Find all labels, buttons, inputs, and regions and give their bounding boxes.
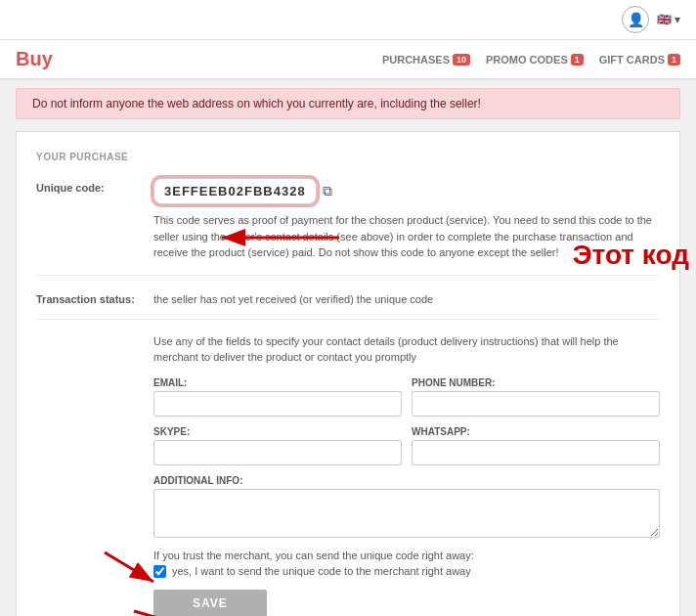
fields-grid: EMAIL: PHONE NUMBER: SKYPE: WHATSAPP: [153, 377, 660, 538]
promo-codes-badge: 1 [571, 54, 584, 66]
user-icon[interactable]: 👤 [622, 6, 649, 33]
top-bar-icons: 👤 🇬🇧 ▾ [622, 6, 680, 33]
phone-group: PHONE NUMBER: [412, 377, 660, 417]
nav-purchases[interactable]: PURCHASES 10 [382, 54, 470, 66]
contact-row: Use any of the fields to specify your co… [36, 333, 660, 617]
transaction-label: Transaction status: [36, 289, 153, 305]
page-wrapper: 👤 🇬🇧 ▾ Buy PURCHASES 10 PROMO CODES 1 GI… [0, 0, 696, 616]
promo-codes-label: PROMO CODES [486, 54, 568, 66]
unique-code-label: Unique code: [36, 178, 153, 194]
contact-description: Use any of the fields to specify your co… [153, 333, 660, 366]
send-code-text: If you trust the merchant, you can send … [153, 550, 660, 561]
checkbox-label: yes, I want to send the unique code to t… [172, 565, 471, 577]
nav-promo-codes[interactable]: PROMO CODES 1 [486, 54, 584, 66]
additional-label: ADDITIONAL INFO: [153, 475, 660, 486]
transaction-status: the seller has not yet received (or veri… [153, 289, 660, 305]
send-code-checkbox[interactable] [153, 565, 166, 578]
skype-input[interactable] [153, 440, 402, 465]
additional-group: ADDITIONAL INFO: [153, 475, 660, 538]
transaction-row: Transaction status: the seller has not y… [36, 289, 660, 320]
main-content: Этот код YOUR PURCHASE Unique code: 3EFF… [16, 131, 680, 616]
page-title: Buy [16, 48, 53, 70]
email-group: EMAIL: [153, 377, 402, 417]
code-display: 3EFFEEB02FBB4328 ⧉ [153, 178, 660, 204]
language-selector[interactable]: 🇬🇧 ▾ [657, 13, 680, 26]
section-title: YOUR PURCHASE [36, 152, 660, 162]
skype-label: SKYPE: [153, 426, 402, 437]
dropdown-arrow-icon: ▾ [674, 13, 680, 26]
alert-bar: Do not inform anyone the web address on … [16, 88, 680, 119]
nav-gift-cards[interactable]: GIFT CARDS 1 [599, 54, 680, 66]
save-button[interactable]: SAVE [153, 590, 267, 617]
alert-message: Do not inform anyone the web address on … [32, 97, 481, 110]
checkbox-row: yes, I want to send the unique code to t… [153, 565, 660, 578]
top-bar: 👤 🇬🇧 ▾ [0, 0, 696, 40]
nav-links: PURCHASES 10 PROMO CODES 1 GIFT CARDS 1 [382, 54, 680, 66]
whatsapp-group: WHATSAPP: [412, 426, 660, 465]
unique-code-value: 3EFFEEB02FBB4328 [153, 178, 317, 204]
contact-label [36, 333, 153, 337]
flag: 🇬🇧 [657, 13, 672, 26]
phone-input[interactable] [412, 391, 660, 417]
copy-icon[interactable]: ⧉ [323, 183, 332, 199]
purchases-badge: 10 [453, 54, 470, 66]
purchases-label: PURCHASES [382, 54, 450, 66]
contact-content: Use any of the fields to specify your co… [153, 333, 660, 617]
gift-cards-label: GIFT CARDS [599, 54, 665, 66]
send-code-section: If you trust the merchant, you can send … [153, 550, 660, 578]
gift-cards-badge: 1 [668, 54, 680, 66]
email-input[interactable] [153, 391, 402, 417]
email-label: EMAIL: [153, 377, 402, 388]
additional-textarea[interactable] [153, 489, 660, 538]
phone-label: PHONE NUMBER: [412, 377, 660, 388]
whatsapp-label: WHATSAPP: [412, 426, 660, 437]
annotation-text: Этот код [573, 240, 689, 271]
whatsapp-input[interactable] [412, 440, 660, 465]
transaction-content: the seller has not yet received (or veri… [153, 289, 660, 305]
nav-bar: Buy PURCHASES 10 PROMO CODES 1 GIFT CARD… [0, 40, 696, 80]
unique-code-row: Unique code: 3EFFEEB02FBB4328 ⧉ This cod… [36, 178, 660, 276]
skype-group: SKYPE: [153, 426, 402, 465]
